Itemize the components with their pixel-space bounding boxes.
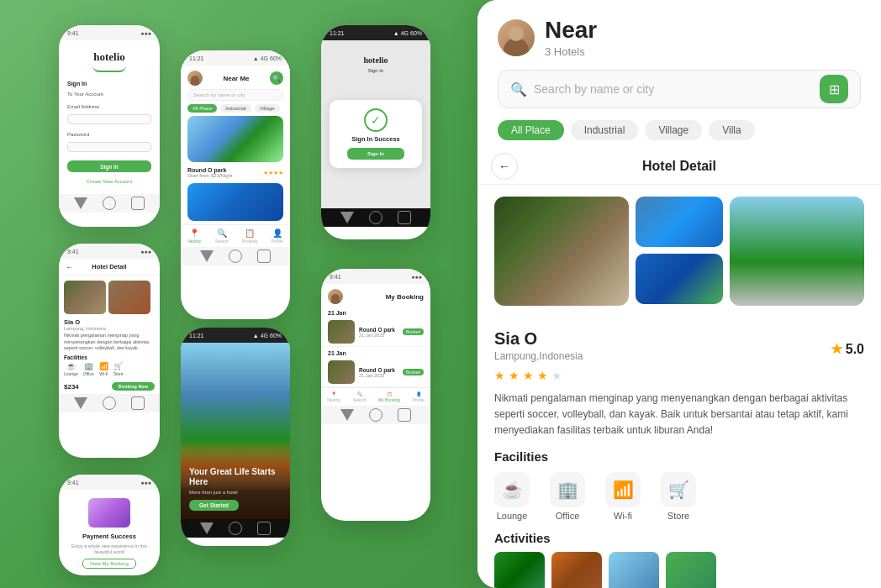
search-icon[interactable]: 🔍	[270, 71, 283, 85]
hotel-rating-value: 5.0	[846, 342, 864, 357]
nav-back-icon[interactable]	[74, 197, 87, 209]
book-now-button[interactable]: Booking Now	[112, 382, 155, 391]
hotel-stars-1: ★★★★	[263, 170, 283, 176]
booking-item-2[interactable]: Round O park 21 Jan 2025 Booked	[321, 358, 430, 387]
hotel-desc-detail: Nikmati pengalaman menginap yang menyena…	[59, 333, 160, 352]
wifi-icon-lg: 📶	[605, 472, 641, 507]
profile-icon-booking: 👤	[416, 391, 421, 396]
get-started-button[interactable]: Get Started	[189, 500, 239, 511]
hotel-detail-header: ← Hotel Detail	[59, 259, 160, 276]
facility-office: 🏢 Office	[83, 362, 94, 376]
booking-item-1[interactable]: Round O park 21 Jan 2025 Booked	[321, 318, 430, 347]
view-booking-button[interactable]: View My Booking	[82, 559, 136, 569]
hotel-rating-row: Sia O Lampung,Indonesia ★ 5.0	[494, 329, 864, 369]
logo-smile	[92, 66, 126, 72]
logo-text-2: hotelio	[364, 55, 388, 65]
filter-village[interactable]: Village	[255, 104, 280, 113]
back-arrow-icon[interactable]: ←	[66, 263, 73, 271]
booking-hotel-img-2	[328, 360, 355, 384]
facility-store-lg: 🛒 Store	[661, 472, 696, 521]
wifi-icon: 📶	[99, 362, 108, 370]
large-back-button[interactable]: ←	[491, 153, 518, 180]
facility-wifi: 📶 Wi-fi	[99, 362, 108, 376]
payment-image	[88, 498, 130, 528]
large-filter-village[interactable]: Village	[645, 120, 702, 140]
nav-booking[interactable]: 📋 Booking	[242, 228, 257, 244]
hotel-images-row	[59, 276, 160, 317]
nav-nearby[interactable]: 📍 Nearby	[187, 228, 201, 244]
booking-bottom-nav: 📍 Nearby 🔍 Search 📋 My Booking 👤 Profile	[321, 387, 430, 406]
nav-recent-icon[interactable]	[398, 408, 411, 422]
nav-profile-booking[interactable]: 👤 Profile	[413, 391, 425, 402]
avatar	[187, 71, 203, 86]
near-search-bar[interactable]: Search by name or city	[187, 89, 283, 101]
hotel-info-section: Sia O Lampung,Indonesia ★ 5.0 ★ ★ ★ ★ ★ …	[477, 318, 881, 588]
hotel-location-detail: Lampung, Indonesia	[59, 326, 160, 333]
booking-hotel-img-1	[328, 320, 355, 344]
large-near-title: Near	[545, 17, 597, 44]
phone-bottom-success	[321, 208, 430, 227]
filter-industrial[interactable]: Industrial	[220, 104, 251, 113]
large-near-header: Near 3 Hotels	[477, 0, 881, 70]
booking-hotel-date-1: 21 Jan 2025	[359, 333, 398, 338]
success-modal: ✓ Sign In Success Sign In	[330, 100, 422, 168]
hotel-sub-image-1	[636, 197, 723, 247]
phone-bar-login: 9:41 ●●●	[59, 25, 160, 40]
nav-back-icon[interactable]	[74, 397, 87, 409]
activity-img-4	[666, 552, 716, 588]
facility-lounge-lg: ☕ Lounge	[494, 472, 530, 521]
hotel-card-2[interactable]	[187, 183, 283, 221]
hotel-price-big: $234	[64, 383, 79, 391]
booking-date-2: 21 Jan	[321, 347, 430, 358]
create-account-link[interactable]: Create New Account	[87, 179, 133, 184]
phone-bar-success: 11:21 ▲ 4G 60%	[321, 25, 430, 40]
office-label: Office	[556, 511, 580, 521]
large-filter-villa[interactable]: Villa	[709, 120, 754, 140]
nav-search[interactable]: 🔍 Search	[215, 228, 229, 244]
login-title: Sign In	[67, 81, 87, 87]
filter-tabs: All Place Industrial Village	[181, 104, 290, 116]
nav-home-icon[interactable]	[103, 197, 116, 210]
nav-home-icon[interactable]	[369, 211, 382, 224]
hotel-detail-panel-title: Hotel Detail	[642, 159, 716, 174]
store-icon-lg: 🛒	[661, 472, 696, 507]
password-input[interactable]	[67, 142, 151, 152]
search-filter-button[interactable]: ⊞	[820, 75, 848, 103]
star-5-empty: ★	[551, 369, 562, 382]
large-panel-scroll[interactable]: Near 3 Hotels 🔍 Search by name or city ⊞…	[477, 0, 881, 588]
hotel-card-1[interactable]	[187, 116, 283, 162]
large-search-bar[interactable]: 🔍 Search by name or city ⊞	[498, 70, 861, 108]
nav-recent-icon[interactable]	[257, 249, 271, 263]
hotel-description-large: Nikmati pengalaman menginap yang menyena…	[494, 391, 864, 439]
star-2: ★	[509, 369, 520, 382]
nav-home-icon[interactable]	[229, 249, 242, 263]
nav-back-icon[interactable]	[340, 212, 354, 223]
email-input[interactable]	[67, 114, 151, 124]
nav-home-icon[interactable]	[103, 396, 116, 410]
signin-button[interactable]: Sign In	[67, 160, 151, 172]
phone-bottom-hotel	[59, 394, 160, 412]
large-filter-industrial[interactable]: Industrial	[571, 120, 639, 140]
nav-back-icon[interactable]	[340, 409, 354, 421]
nav-profile[interactable]: 👤 Profile	[272, 228, 283, 244]
filter-all[interactable]: All Place	[187, 104, 217, 113]
nav-back-icon[interactable]	[200, 250, 214, 262]
payment-title: Payment Success	[82, 533, 136, 540]
nav-recent-icon[interactable]	[131, 396, 145, 410]
booking-badge-1: Booked	[403, 328, 424, 335]
nav-recent-icon[interactable]	[131, 197, 145, 210]
large-filter-all[interactable]: All Place	[498, 120, 564, 140]
signin-text-2: Sign In	[360, 68, 393, 75]
signin-btn-2[interactable]: Sign In	[347, 148, 405, 160]
nav-search-booking[interactable]: 🔍 Search	[353, 391, 367, 402]
nav-mybooking[interactable]: 📋 My Booking	[378, 391, 400, 402]
office-icon-lg: 🏢	[550, 472, 585, 507]
nav-home-icon[interactable]	[229, 522, 242, 535]
large-search-icon: 🔍	[510, 81, 527, 97]
nav-back-icon[interactable]	[200, 522, 214, 534]
nav-recent-icon[interactable]	[257, 522, 271, 535]
nav-recent-icon[interactable]	[398, 211, 411, 224]
nav-nearby-booking[interactable]: 📍 Nearby	[327, 391, 340, 402]
nav-home-icon[interactable]	[369, 408, 382, 422]
hotel-thumb-2	[108, 281, 150, 314]
